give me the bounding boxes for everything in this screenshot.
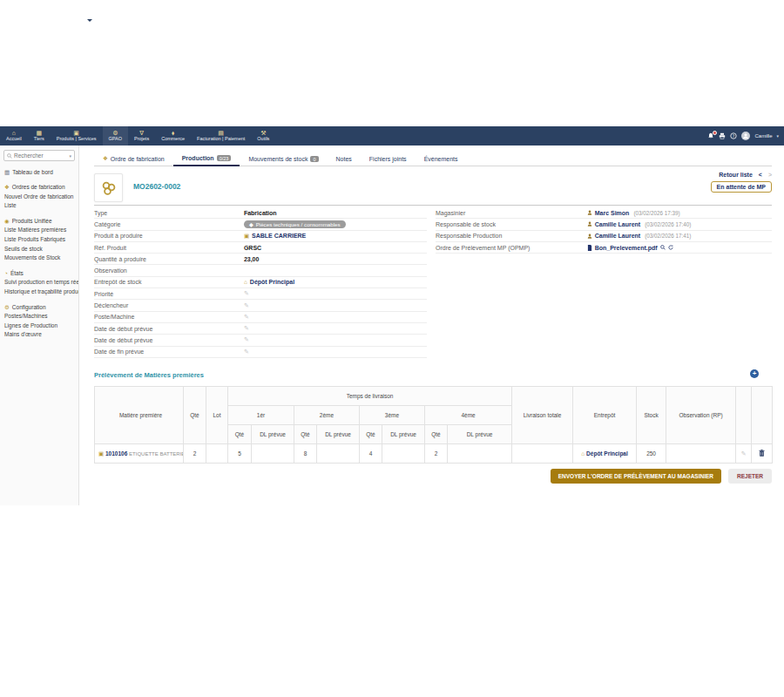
reject-button[interactable]: REJETER [728, 469, 772, 484]
cell-q3: 4 [360, 444, 382, 464]
material-ref-link[interactable]: 1010106 [105, 450, 127, 457]
production-count-badge: 0/23 [217, 155, 232, 161]
product-icon: ▣ [98, 450, 104, 457]
tab-evenements[interactable]: Événements [416, 153, 467, 166]
detail-row-categorie: Catégorie ◆ Pièces techniques / consomma… [94, 219, 427, 230]
cart-icon: ⬧ [172, 130, 174, 136]
chevron-down-icon[interactable]: ▾ [776, 133, 779, 139]
col-delivery-1: 1ér [228, 406, 294, 425]
sidebar-item-lignes-production[interactable]: Lignes de Production [0, 321, 78, 330]
details-right-table: Magasinier Marc Simon (03/02/2026 17:39)… [436, 207, 772, 254]
sidebar-item-seuils-stock[interactable]: Seuils de stock [0, 244, 78, 254]
sidebar-item-postes-machines[interactable]: Postes/Machines [0, 312, 78, 321]
next-record-icon[interactable]: > [768, 172, 772, 178]
active-menu-caret [87, 19, 92, 22]
user-icon [587, 221, 592, 227]
user-menu[interactable]: Camille [754, 133, 772, 139]
left-sidebar: ▾ ▥ Tableau de bord ❖ Ordres de fabricat… [0, 145, 79, 505]
send-picking-order-button[interactable]: ENVOYER L'ORDRE DE PRÉLÈVEMENT AU MAGASI… [551, 469, 721, 484]
tag-icon: ◆ [249, 221, 253, 227]
nav-commerce[interactable]: ⬧ Commerce [155, 126, 191, 145]
topbar-right-tools: ? Camille ▾ [707, 126, 779, 145]
back-to-list-link[interactable]: Retour liste [719, 172, 753, 178]
search-caret-icon[interactable]: ▾ [69, 153, 71, 159]
tab-mouvements-de-stock[interactable]: Mouvements de stock 0 [240, 153, 327, 166]
print-icon[interactable] [719, 132, 726, 139]
edit-pencil-icon[interactable]: ✎ [244, 336, 249, 343]
col-lot: Lot [206, 387, 228, 444]
warehouse-icon: ⌂ [581, 450, 585, 457]
cell-entrepot: ⌂ Dépôt Principal [573, 444, 637, 464]
main-content: ❖ Ordre de fabrication Production 0/23 M… [79, 145, 784, 505]
sidebar-item-tableau-de-bord[interactable]: ▥ Tableau de bord [0, 167, 78, 177]
sidebar-section-ordres-fabrication[interactable]: ❖ Ordres de fabrication [0, 183, 78, 193]
notifications-bell-icon[interactable] [707, 132, 714, 139]
previous-record-icon[interactable]: < [759, 172, 762, 178]
sidebar-item-suivi-production[interactable]: Suivi production en temps réel [0, 278, 78, 288]
sidebar-item-historique[interactable]: Historique et traçabilité production [0, 288, 78, 297]
sidebar-item-mouvements-stock[interactable]: Mouvements de Stock [0, 254, 78, 263]
edit-pencil-icon[interactable]: ✎ [741, 450, 747, 457]
sidebar-section-produits-unifiee[interactable]: ◉ Produits Unifiée [0, 216, 78, 226]
product-link[interactable]: SABLE CARRIERE [252, 233, 306, 239]
col-qte: Qté [184, 387, 206, 444]
nav-accueil[interactable]: ⌂ Accueil [0, 126, 28, 145]
warehouse-link[interactable]: Dépôt Principal [586, 450, 628, 457]
cell-total [512, 444, 573, 464]
gear-icon: ⚙ [112, 130, 118, 136]
col-livraison-totale: Livraison totale [512, 387, 573, 444]
tab-fichiers-joints[interactable]: Fichiers joints [361, 153, 416, 166]
nav-tiers[interactable]: ▦ Tiers [28, 126, 51, 145]
edit-pencil-icon[interactable]: ✎ [244, 314, 249, 321]
sidebar-search[interactable]: ▾ [3, 150, 75, 161]
product-icon: ▣ [244, 233, 249, 240]
user-link[interactable]: Camille Laurent [595, 233, 641, 239]
col-action-delete [752, 387, 773, 444]
sidebar-item-nouvel-ordre[interactable]: Nouvel Ordre de fabrication [0, 192, 78, 201]
edit-pencil-icon[interactable]: ✎ [244, 290, 249, 297]
sidebar-section-etats[interactable]: ◔ États [0, 268, 78, 278]
category-badge: ◆ Pièces techniques / consommables [244, 220, 346, 228]
trash-icon[interactable] [759, 450, 765, 457]
nav-projets[interactable]: ∇ Projets [128, 126, 155, 145]
products-icon: ◉ [4, 218, 10, 225]
cell-stock: 250 [637, 444, 666, 464]
sidebar-item-liste-matieres[interactable]: Liste Matières premières [0, 226, 78, 235]
mo-cubes-icon [100, 179, 118, 197]
detail-row-date-debut-1: Date de début prévue ✎ [94, 323, 427, 335]
opmp-pdf-link[interactable]: Bon_Prelevement.pdf [595, 245, 658, 251]
warehouse-link[interactable]: Dépôt Principal [250, 279, 294, 285]
edit-pencil-icon[interactable]: ✎ [244, 302, 249, 309]
cube-icon: ▣ [73, 130, 79, 136]
edit-pencil-icon[interactable]: ✎ [244, 348, 249, 355]
timestamp: (03/02/2026 17:40) [645, 221, 691, 227]
col-action-edit [736, 387, 752, 444]
regenerate-icon[interactable] [668, 245, 673, 250]
nav-outils[interactable]: ⚒ Outils [251, 126, 275, 145]
col-entrepot: Entrepôt [573, 387, 637, 444]
details-left-table: Type Fabrication Catégorie ◆ Pièces tech… [94, 207, 427, 358]
user-icon [587, 210, 592, 215]
tab-ordre-de-fabrication[interactable]: ❖ Ordre de fabrication [94, 152, 173, 166]
help-icon[interactable]: ? [730, 132, 737, 139]
sidebar-item-mains-oeuvre[interactable]: Mains d'œuvre [0, 330, 78, 340]
sidebar-item-liste-produits[interactable]: Liste Produits Fabriqués [0, 235, 78, 245]
preview-magnifier-icon[interactable] [660, 245, 666, 250]
tab-notes[interactable]: Notes [328, 153, 361, 166]
add-line-button[interactable]: + [750, 369, 759, 378]
user-link[interactable]: Marc Simon [595, 210, 630, 216]
page-title-mo-ref: MO2602-0002 [133, 182, 180, 191]
user-avatar[interactable] [741, 132, 750, 140]
detail-row-priorite: Priorité ✎ [94, 288, 427, 300]
nav-produits-services[interactable]: ▣ Produits | Services [51, 126, 103, 145]
sidebar-section-configuration[interactable]: ⚙ Configuration [0, 302, 78, 312]
nav-gpao[interactable]: ⚙ GPAO [103, 126, 129, 145]
tab-production[interactable]: Production 0/23 [173, 152, 240, 166]
nav-facturation[interactable]: ▤ Facturation | Paiement [191, 126, 251, 145]
edit-pencil-icon[interactable]: ✎ [244, 325, 249, 332]
user-link[interactable]: Camille Laurent [595, 221, 641, 227]
cell-dl4 [448, 444, 512, 464]
search-input[interactable] [14, 152, 59, 159]
sidebar-item-liste-mo[interactable]: Liste [0, 201, 78, 211]
col-d4-dl: DL prévue [448, 425, 512, 444]
